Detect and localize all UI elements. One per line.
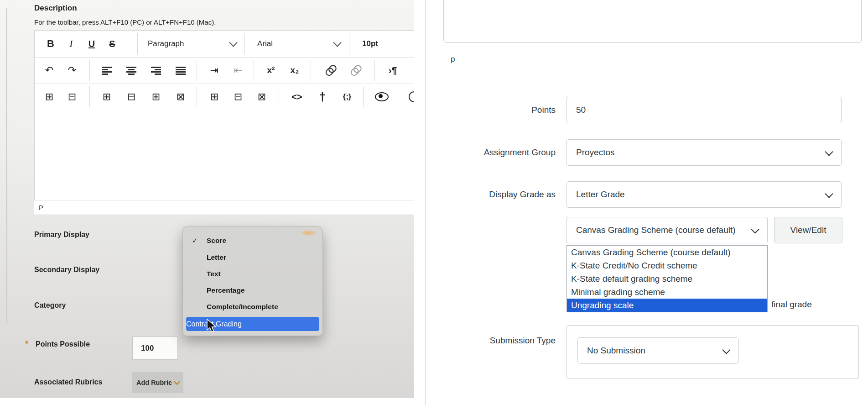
add-rubric-label: Add Rubric bbox=[136, 379, 172, 386]
link-button[interactable] bbox=[320, 57, 341, 84]
panel-divider bbox=[425, 0, 426, 405]
points-label: Points bbox=[429, 97, 556, 123]
option-canvas-grading-scheme[interactable]: Canvas Grading Scheme (course default) bbox=[567, 246, 767, 259]
table-delete-col-button[interactable]: ⊠ bbox=[252, 84, 272, 110]
points-input[interactable]: 50 bbox=[567, 97, 842, 123]
font-family-select[interactable]: Arial bbox=[257, 31, 298, 57]
menu-item-percentage[interactable]: Percentage bbox=[183, 282, 322, 299]
display-grade-as-label: Display Grade as bbox=[429, 181, 556, 208]
table-delete-row-icon: ⊠ bbox=[177, 91, 185, 103]
menu-item-label: Score bbox=[207, 237, 226, 245]
assignment-group-select[interactable]: Proyectos bbox=[567, 139, 842, 166]
menu-item-label: Letter bbox=[207, 253, 226, 262]
table-properties-icon: ⊟ bbox=[68, 91, 76, 103]
points-possible-input[interactable]: 100 bbox=[132, 337, 178, 360]
font-chevron-icon[interactable] bbox=[330, 31, 344, 57]
underline-button[interactable]: U bbox=[83, 31, 101, 57]
grading-scheme-value: Canvas Grading Scheme (course default) bbox=[576, 225, 736, 235]
font-size-select[interactable]: 10pt bbox=[362, 31, 394, 57]
align-right-button[interactable] bbox=[147, 57, 165, 84]
element-path: P bbox=[39, 204, 43, 211]
table-delete-col-icon: ⊠ bbox=[258, 91, 266, 103]
option-kstate-credit-no-credit[interactable]: K-State Credit/No Credit scheme bbox=[567, 259, 767, 272]
menu-item-text[interactable]: Text bbox=[183, 266, 322, 282]
subscript-button[interactable]: x₂ bbox=[285, 57, 305, 84]
description-label: Description bbox=[34, 4, 77, 13]
outdent-button[interactable]: ⇤ bbox=[228, 57, 248, 84]
table-col-right-button[interactable]: ⊟ bbox=[228, 84, 248, 110]
source-code-button[interactable]: <> bbox=[286, 84, 307, 110]
table-row-below-button[interactable]: ⊞ bbox=[147, 84, 165, 110]
align-center-button[interactable] bbox=[122, 57, 140, 84]
table-button[interactable]: ⊞ bbox=[40, 84, 58, 110]
unlink-icon bbox=[349, 64, 361, 76]
menu-item-letter[interactable]: Letter bbox=[183, 249, 322, 266]
superscript-button[interactable]: x² bbox=[261, 57, 281, 84]
category-label: Category bbox=[34, 301, 66, 310]
paragraph-format-value: Paragraph bbox=[148, 39, 184, 48]
display-grade-as-select[interactable]: Letter Grade bbox=[567, 181, 842, 208]
text-direction-button[interactable]: ›¶ bbox=[382, 57, 403, 84]
table-delete-row-button[interactable]: ⊠ bbox=[172, 84, 190, 110]
table-properties-button[interactable]: ⊟ bbox=[63, 84, 81, 110]
chevron-down-icon bbox=[722, 346, 730, 354]
align-right-icon bbox=[151, 67, 161, 74]
mouse-cursor bbox=[206, 319, 217, 333]
view-edit-button[interactable]: View/Edit bbox=[774, 217, 842, 243]
html-embed-button[interactable]: {;} bbox=[337, 84, 358, 110]
italic-button[interactable]: I bbox=[62, 31, 80, 57]
left-screenshot-panel: Description For the toolbar, press ALT+F… bbox=[0, 0, 414, 398]
rce-content-box[interactable] bbox=[443, 0, 862, 43]
table-col-left-icon: ⊞ bbox=[210, 91, 218, 103]
justify-button[interactable] bbox=[172, 57, 190, 84]
rce-editor-body[interactable] bbox=[34, 110, 414, 200]
assignment-group-value: Proyectos bbox=[576, 147, 614, 158]
italic-icon: I bbox=[69, 38, 73, 50]
grading-scheme-select[interactable]: Canvas Grading Scheme (course default) bbox=[567, 217, 768, 243]
code-icon: <> bbox=[291, 92, 302, 102]
primary-display-label: Primary Display bbox=[34, 231, 89, 239]
submission-type-value: No Submission bbox=[587, 346, 645, 356]
chevron-down-icon bbox=[825, 189, 833, 198]
add-rubric-button[interactable]: Add Rubric bbox=[132, 372, 183, 393]
check-icon: ✓ bbox=[192, 237, 198, 245]
points-value: 50 bbox=[576, 105, 586, 115]
unlink-button[interactable] bbox=[345, 57, 366, 84]
rce-status-bar: P bbox=[34, 200, 414, 215]
accessibility-checker-button[interactable]: † bbox=[312, 84, 333, 110]
primary-display-menu: ✓ Score Letter Text Percentage Complete/… bbox=[182, 226, 323, 336]
redo-button[interactable]: ↷ bbox=[63, 57, 81, 84]
undo-button[interactable]: ↶ bbox=[40, 57, 58, 84]
table-col-left-button[interactable]: ⊞ bbox=[204, 84, 224, 110]
required-asterisk-icon: * bbox=[25, 339, 28, 349]
menu-item-complete-incomplete[interactable]: Complete/Incomplete bbox=[183, 299, 322, 315]
paragraph-format-select[interactable]: Paragraph bbox=[148, 31, 203, 57]
table-cell-button[interactable]: ⊞ bbox=[98, 84, 116, 110]
bold-icon: B bbox=[47, 38, 54, 50]
grading-scheme-listbox: Canvas Grading Scheme (course default) K… bbox=[567, 245, 768, 312]
link-icon bbox=[324, 64, 336, 76]
paragraph-chevron-icon[interactable] bbox=[226, 31, 240, 57]
justify-icon bbox=[176, 67, 186, 74]
preview-button[interactable] bbox=[370, 84, 393, 110]
option-minimal-grading[interactable]: Minimal grading scheme bbox=[567, 285, 767, 299]
align-left-button[interactable] bbox=[98, 57, 116, 84]
scrollbar-track[interactable] bbox=[6, 8, 7, 323]
subscript-icon: x₂ bbox=[290, 65, 299, 75]
submission-type-select[interactable]: No Submission bbox=[577, 337, 739, 364]
points-possible-value: 100 bbox=[141, 344, 154, 353]
toolbar-hint: For the toolbar, press ALT+F10 (PC) or A… bbox=[34, 18, 216, 26]
bold-button[interactable]: B bbox=[42, 31, 60, 57]
accessibility-icon: † bbox=[319, 90, 326, 104]
option-kstate-default[interactable]: K-State default grading scheme bbox=[567, 272, 767, 285]
clipped-toolbar-button[interactable] bbox=[405, 84, 414, 110]
option-ungrading-scale[interactable]: Ungrading scale bbox=[567, 299, 767, 312]
associated-rubrics-label: Associated Rubrics bbox=[34, 378, 102, 386]
submission-type-label: Submission Type bbox=[429, 331, 556, 350]
indent-button[interactable]: ⇥ bbox=[204, 57, 224, 84]
direction-icon: ›¶ bbox=[389, 65, 397, 76]
strikethrough-button[interactable]: S bbox=[103, 31, 121, 57]
menu-item-score[interactable]: ✓ Score bbox=[183, 232, 322, 249]
view-edit-label: View/Edit bbox=[790, 225, 826, 235]
table-row-above-button[interactable]: ⊟ bbox=[122, 84, 140, 110]
